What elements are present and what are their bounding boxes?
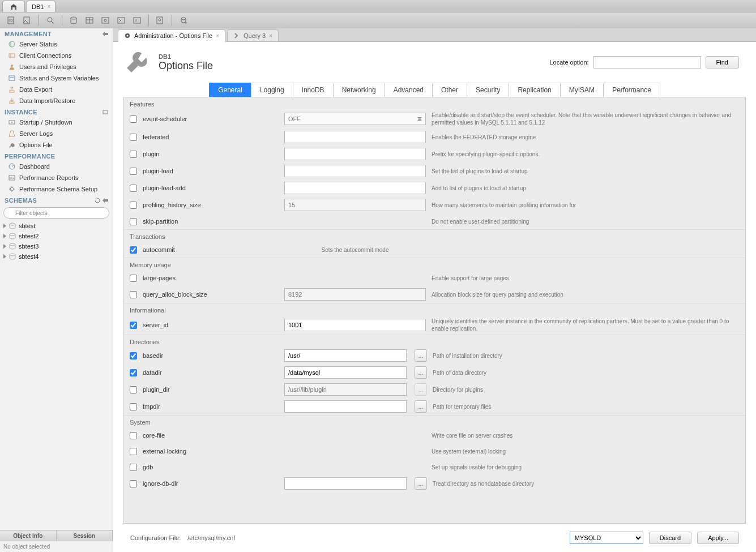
tab-myisam[interactable]: MyISAM [560,83,604,97]
close-icon[interactable]: × [269,33,272,39]
discard-button[interactable]: Discard [649,532,691,544]
options-file-icon [8,141,16,149]
event-scheduler-select[interactable]: OFF [284,113,426,125]
tab-replication[interactable]: Replication [509,83,560,97]
view-create-button[interactable] [99,14,112,27]
open-sql-button[interactable] [20,14,34,27]
tab-admin-options[interactable]: Administration - Options File × [118,29,225,42]
server_id-checkbox[interactable] [130,322,137,329]
apply-button[interactable]: Apply... [697,532,739,544]
new-sql-button[interactable]: SQL [5,14,18,27]
plugin_dir-checkbox[interactable] [130,386,137,393]
expand-icon[interactable] [102,198,108,203]
instance-icon [102,109,108,115]
datadir-checkbox[interactable] [130,369,137,376]
option-desc: Sets the autocommit mode [284,247,426,253]
sidebar-item-perf-reports[interactable]: Performance Reports [0,172,113,183]
tab-general[interactable]: General [209,83,251,97]
schema-item[interactable]: sbtest3 [0,241,113,251]
schema-name: sbtest2 [19,233,39,239]
query_alloc_block_size-checkbox[interactable] [130,291,137,298]
autocommit-checkbox[interactable] [130,246,137,254]
tab-innodb[interactable]: InnoDB [293,83,334,97]
plugin-load-checkbox[interactable] [130,168,137,175]
inspector-button[interactable] [44,14,57,27]
schema-filter-input[interactable] [3,207,109,219]
basedir-input[interactable] [284,349,407,362]
tmpdir-checkbox[interactable] [130,403,137,410]
external-locking-checkbox[interactable] [130,448,137,455]
tab-session[interactable]: Session [57,530,113,541]
tmpdir-browse-button[interactable]: ... [415,400,427,413]
basedir-checkbox[interactable] [130,352,137,360]
datadir-input[interactable] [284,366,407,379]
sidebar-item-data-export[interactable]: Data Export [0,84,113,95]
ignore-db-dir-checkbox[interactable] [130,480,137,487]
tmpdir-input[interactable] [284,400,407,413]
sidebar-item-server-status[interactable]: Server Status [0,38,113,50]
db-create-button[interactable] [67,14,80,27]
sidebar-item-client-connections[interactable]: Client Connections [0,50,113,61]
sidebar-item-data-import[interactable]: Data Import/Restore [0,95,113,106]
tab-advanced[interactable]: Advanced [385,83,433,97]
reconnect-button[interactable] [177,14,190,27]
option-label: event-scheduler [143,115,279,122]
server_id-input[interactable] [284,319,426,331]
datadir-browse-button[interactable]: ... [415,366,427,379]
large-pages-checkbox[interactable] [130,275,137,282]
startup-shutdown-icon [8,118,16,126]
schema-item[interactable]: sbtest2 [0,231,113,241]
sidebar-item-perf-schema-setup[interactable]: Performance Schema Setup [0,183,113,195]
tab-networking[interactable]: Networking [333,83,385,97]
svg-point-40 [127,35,129,37]
plugin-input[interactable] [284,148,426,160]
plugin-checkbox[interactable] [130,151,137,158]
locate-input[interactable] [593,56,701,69]
federated-input[interactable] [284,131,426,143]
refresh-icon[interactable] [95,198,100,203]
plugin-load-add-input[interactable] [284,182,426,194]
proc-create-button[interactable] [114,14,128,27]
home-tab[interactable] [2,1,25,12]
sidebar-item-dashboard[interactable]: Dashboard [0,161,113,172]
sidebar-item-options-file[interactable]: Options File [0,139,113,151]
plugin-load-add-checkbox[interactable] [130,185,137,192]
event-scheduler-checkbox[interactable] [130,115,137,123]
schema-item[interactable]: sbtest [0,221,113,231]
sidebar-item-server-logs[interactable]: Server Logs [0,128,113,139]
section-select[interactable]: MYSQLD [570,532,643,544]
connection-tab[interactable]: DB1 × [27,1,55,12]
find-button[interactable]: Find [706,56,739,69]
core-file-checkbox[interactable] [130,432,137,439]
ignore-db-dir-input[interactable] [284,477,407,490]
tab-performance[interactable]: Performance [603,83,660,97]
tab-object-info[interactable]: Object Info [0,530,57,541]
sidebar-item-status-sysvars[interactable]: Status and System Variables [0,72,113,84]
expand-icon[interactable] [102,31,108,37]
tab-query3[interactable]: Query 3 × [227,29,279,42]
option-row-event-scheduler: event-schedulerOFFEnable/disable and sta… [124,109,745,129]
close-icon[interactable]: × [216,33,219,39]
gdb-checkbox[interactable] [130,464,137,471]
conf-file-path: /etc/mysql/my.cnf [187,534,235,541]
sidebar-item-users-privileges[interactable]: Users and Privileges [0,61,113,72]
federated-checkbox[interactable] [130,134,137,141]
ignore-db-dir-browse-button[interactable]: ... [415,477,427,490]
func-create-button[interactable]: f [130,14,144,27]
triangle-right-icon [3,254,6,259]
schema-item[interactable]: sbtest4 [0,251,113,262]
basedir-browse-button[interactable]: ... [415,349,427,362]
search-button[interactable] [153,14,167,27]
plugin-load-input[interactable] [284,165,426,177]
profiling_history_size-checkbox[interactable] [130,202,137,209]
table-create-button[interactable] [83,14,96,27]
close-icon[interactable]: × [47,3,50,10]
option-label: external-locking [143,448,279,455]
sql-icon [233,32,240,39]
sidebar-item-startup-shutdown[interactable]: Startup / Shutdown [0,117,113,128]
tab-security[interactable]: Security [467,83,509,97]
tab-logging[interactable]: Logging [251,83,293,97]
perf-schema-setup-icon [8,185,16,193]
skip-partition-checkbox[interactable] [130,218,137,225]
tab-other[interactable]: Other [432,83,467,97]
